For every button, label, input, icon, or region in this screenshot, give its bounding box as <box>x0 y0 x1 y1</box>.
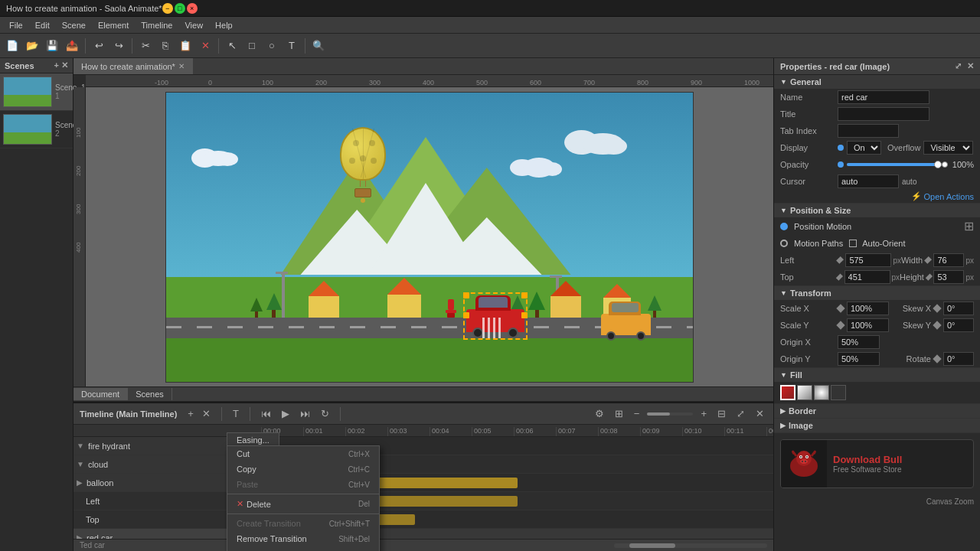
open-button[interactable]: 📂 <box>23 37 41 55</box>
swatch-image[interactable] <box>831 385 846 400</box>
tl-fit-btn[interactable]: ⊟ <box>714 406 729 421</box>
canvas-tab-main[interactable]: How to create animation* ✕ <box>74 58 193 74</box>
props-position-header[interactable]: ▼ Position & Size <box>774 204 980 217</box>
menu-help[interactable]: Help <box>209 19 239 31</box>
ellipse-tool[interactable]: ○ <box>263 37 281 55</box>
handle-ml[interactable] <box>463 312 469 318</box>
track-expand-redcar[interactable]: ▶ <box>77 533 83 539</box>
paste-button[interactable]: 📋 <box>176 37 194 55</box>
canvas-tab-close[interactable]: ✕ <box>178 62 185 70</box>
track-expand-balloon[interactable]: ▶ <box>77 478 83 487</box>
props-left-input[interactable] <box>845 253 891 267</box>
menu-edit[interactable]: Edit <box>29 19 56 31</box>
doc-tab-document[interactable]: Document <box>74 388 128 400</box>
props-close-icon[interactable]: ✕ <box>967 61 974 70</box>
export-button[interactable]: 📤 <box>63 37 81 55</box>
menu-element[interactable]: Element <box>92 19 135 31</box>
ctx-cut[interactable]: Cut Ctrl+X <box>227 446 379 461</box>
props-name-input[interactable] <box>838 90 929 104</box>
doc-tab-scenes[interactable]: Scenes <box>128 388 172 400</box>
props-scale-y-input[interactable] <box>847 318 889 332</box>
props-width-input[interactable] <box>933 253 964 267</box>
tl-rewind[interactable]: ⏮ <box>258 406 274 421</box>
props-opacity-handle[interactable] <box>934 161 942 168</box>
cut-button[interactable]: ✂ <box>136 37 155 55</box>
scene-item-2[interactable]: Scene_2 2 <box>0 111 73 148</box>
copy-button[interactable]: ⎘ <box>156 37 175 55</box>
props-expand-icon[interactable]: ⤢ <box>955 61 962 70</box>
timeline-scrollbar[interactable] <box>614 543 767 548</box>
props-image-header[interactable]: ▶ Image <box>774 419 980 432</box>
props-border-header[interactable]: ▶ Border <box>774 404 980 418</box>
zoom-tool[interactable]: 🔍 <box>309 37 328 55</box>
ctx-copy[interactable]: Copy Ctrl+C <box>227 461 379 477</box>
swatch-solid[interactable] <box>780 385 795 400</box>
tl-grid-btn[interactable]: ⊞ <box>612 406 626 421</box>
maximize-button[interactable]: □ <box>175 3 185 14</box>
handle-mr[interactable] <box>521 312 528 318</box>
tl-zoom-out[interactable]: − <box>631 406 643 421</box>
swatch-radial[interactable] <box>814 385 829 400</box>
ctx-remove-transition[interactable]: Remove Transition Shift+Del <box>227 531 379 546</box>
tl-close-btn[interactable]: ✕ <box>199 406 214 421</box>
tl-loop[interactable]: ↻ <box>318 406 332 421</box>
props-origin-y-input[interactable] <box>838 352 880 366</box>
menu-view[interactable]: View <box>178 19 209 31</box>
menu-timeline[interactable]: Timeline <box>135 19 178 31</box>
swatch-linear[interactable] <box>797 385 812 400</box>
new-button[interactable]: 📄 <box>3 37 21 55</box>
ctx-invert-segment[interactable]: Invert Animation Segment <box>227 546 379 551</box>
props-height-input[interactable] <box>933 270 964 284</box>
props-general-header[interactable]: ▼ General <box>774 75 980 89</box>
tl-expand-btn[interactable]: ⤢ <box>733 406 748 421</box>
props-cursor-input[interactable] <box>838 174 899 188</box>
handle-tr[interactable] <box>521 292 528 298</box>
props-display-select[interactable]: OnOff <box>847 141 881 155</box>
tl-text-tool[interactable]: T <box>230 406 242 421</box>
tl-zoom-in[interactable]: + <box>697 406 710 421</box>
track-expand-firehydrant[interactable]: ▼ <box>77 442 84 450</box>
tl-play[interactable]: ▶ <box>279 406 292 421</box>
delete-button[interactable]: ✕ <box>196 37 214 55</box>
props-position-radio[interactable] <box>780 223 788 230</box>
props-opacity-slider[interactable] <box>847 163 939 166</box>
scene-item-1[interactable]: Scene_1 1 <box>0 73 73 111</box>
menu-scene[interactable]: Scene <box>56 19 92 31</box>
canvas-viewport[interactable] <box>86 87 773 386</box>
download-bull-banner[interactable]: Download Bull Free Software Store <box>780 439 974 488</box>
props-skew-x-input[interactable] <box>943 302 974 315</box>
scenes-close-icon[interactable]: ✕ <box>61 60 68 70</box>
props-scale-x-input[interactable] <box>847 302 889 315</box>
props-origin-x-input[interactable] <box>838 335 880 349</box>
rect-tool[interactable]: □ <box>243 37 261 55</box>
props-auto-orient-check[interactable] <box>849 240 857 247</box>
props-top-input[interactable] <box>844 270 890 284</box>
timeline-scrollbar-thumb[interactable] <box>629 543 675 548</box>
props-fill-header[interactable]: ▼ Fill <box>774 368 980 382</box>
undo-button[interactable]: ↩ <box>90 37 108 55</box>
tl-forward[interactable]: ⏭ <box>297 406 313 421</box>
ctx-delete[interactable]: ✕ Delete Del <box>227 496 379 512</box>
tl-zoom-slider[interactable] <box>647 412 693 416</box>
text-tool[interactable]: T <box>283 37 301 55</box>
props-skew-y-input[interactable] <box>943 318 974 332</box>
select-tool[interactable]: ↖ <box>223 37 241 55</box>
redo-button[interactable]: ↪ <box>109 37 128 55</box>
close-button[interactable]: × <box>187 3 198 14</box>
props-motion-radio[interactable] <box>780 240 788 247</box>
props-transform-header[interactable]: ▼ Transform <box>774 286 980 300</box>
scenes-add-icon[interactable]: + <box>54 60 59 70</box>
tl-close2-btn[interactable]: ✕ <box>753 406 767 421</box>
minimize-button[interactable]: − <box>162 3 173 14</box>
props-title-input[interactable] <box>838 107 929 121</box>
open-actions-btn[interactable]: ⚡ Open Actions <box>911 191 974 201</box>
tl-add-btn[interactable]: + <box>185 406 197 421</box>
save-button[interactable]: 💾 <box>43 37 61 55</box>
props-rotate-input[interactable] <box>943 352 974 366</box>
menu-file[interactable]: File <box>3 19 29 31</box>
tl-settings-btn[interactable]: ⚙ <box>592 406 607 421</box>
track-expand-cloud[interactable]: ▼ <box>77 460 84 468</box>
props-overflow-select[interactable]: VisibleHidden <box>923 141 973 155</box>
props-tabindex-input[interactable] <box>838 124 899 138</box>
handle-tl[interactable] <box>463 292 469 298</box>
